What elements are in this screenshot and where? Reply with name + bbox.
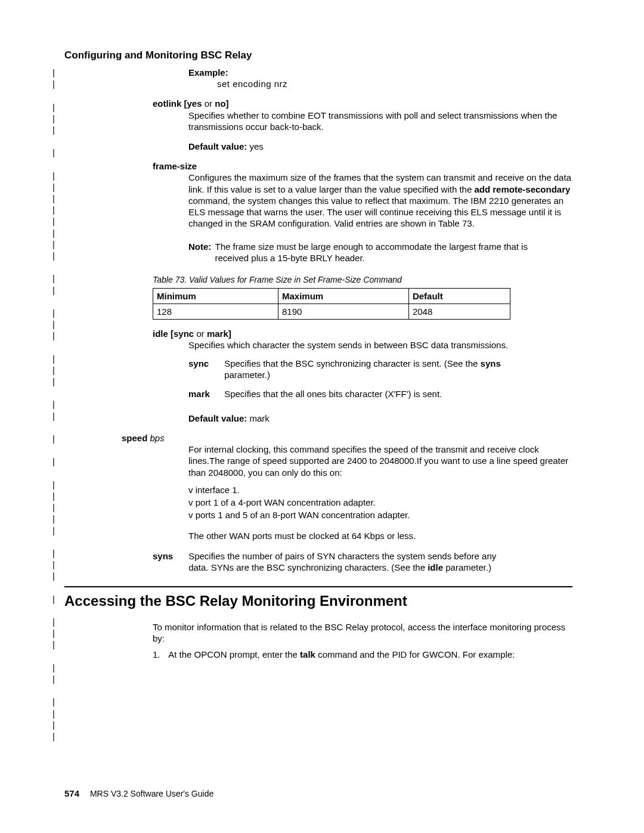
footer-title: MRS V3.2 Software User's Guide xyxy=(90,789,213,798)
framesize-desc-post: command, the system changes this value t… xyxy=(188,196,564,228)
speed-tail: The other WAN ports must be clocked at 6… xyxy=(188,530,572,541)
syns-term: syns xyxy=(153,550,186,562)
step1-pre: At the OPCON prompt, enter the xyxy=(168,649,300,659)
syns-post: parameter.) xyxy=(443,562,491,572)
td-min: 128 xyxy=(153,304,278,319)
idle-mark-def: mark Specifies that the all ones bits ch… xyxy=(188,388,572,400)
idle-sync-def: sync Specifies that the BSC synchronizin… xyxy=(188,358,572,380)
term-syns: syns Specifies the number of pairs of SY… xyxy=(153,550,572,573)
monitor-intro: To monitor information that is related t… xyxy=(153,621,572,644)
footer: 574 MRS V3.2 Software User's Guide xyxy=(64,788,213,800)
framesize-note: Note: The frame size must be large enoug… xyxy=(188,241,572,264)
body: Example: set encoding nrz eotlink [yes o… xyxy=(64,67,572,669)
idle-or: or xyxy=(194,329,207,339)
term-speed: speed bps xyxy=(122,432,572,444)
mark-term: mark xyxy=(188,388,222,400)
example-text: set encoding nrz xyxy=(217,78,572,89)
th-def: Default xyxy=(408,288,510,304)
mark-body: Specifies that the all ones bits charact… xyxy=(224,388,534,400)
sync-body-bold: syns xyxy=(481,358,501,368)
step-1: 1. At the OPCON prompt, enter the talk c… xyxy=(153,649,572,660)
speed-arg: bps xyxy=(147,433,164,443)
td-max: 8190 xyxy=(278,304,409,319)
bullet-3: ports 1 and 5 of an 8-port WAN concentra… xyxy=(188,509,572,521)
sync-body-pre: Specifies that the BSC synchronizing cha… xyxy=(224,358,480,368)
framesize-cmd: add remote-secondary xyxy=(474,184,570,194)
speed-term: speed xyxy=(122,433,147,443)
eotlink-or: or xyxy=(202,98,215,109)
revision-bar-column: || ||| | |||||||| || ||| ||| || | | ||||… xyxy=(51,67,57,742)
note-body: The frame size must be large enough to a… xyxy=(215,241,534,264)
th-min: Minimum xyxy=(153,288,278,304)
bullet-1: interface 1. xyxy=(188,484,572,496)
table-caption: Table 73. Valid Values for Frame Size in… xyxy=(153,275,572,286)
eotlink-label-pre: eotlink [ xyxy=(153,98,187,109)
framesize-table: Minimum Maximum Default 128 8190 2048 xyxy=(153,288,510,320)
idle-desc: Specifies which character the system sen… xyxy=(188,339,572,351)
example-label: Example: xyxy=(188,67,572,78)
th-max: Maximum xyxy=(278,288,409,304)
page-number: 574 xyxy=(64,788,79,798)
idle-mark: mark xyxy=(207,329,228,339)
framesize-desc: Configures the maximum size of the frame… xyxy=(188,172,572,229)
eotlink-default-label: Default value: xyxy=(188,141,247,151)
td-def: 2048 xyxy=(408,304,510,319)
term-eotlink: eotlink [yes or no] xyxy=(153,98,572,109)
syns-bold: idle xyxy=(428,562,443,572)
section-rule xyxy=(64,586,572,587)
idle-pre: idle [ xyxy=(153,329,174,339)
eotlink-yes: yes xyxy=(187,98,202,109)
speed-bullets: interface 1. port 1 of a 4-port WAN conc… xyxy=(188,484,572,521)
step1-post: command and the PID for GWCON. For examp… xyxy=(315,649,515,659)
eotlink-desc: Specifies whether to combine EOT transmi… xyxy=(188,110,572,132)
sync-body-post: parameter.) xyxy=(224,370,270,380)
term-framesize: frame-size xyxy=(153,160,572,172)
idle-default-value: mark xyxy=(247,413,270,423)
bullet-2: port 1 of a 4-port WAN concentration ada… xyxy=(188,497,572,508)
eotlink-default-value: yes xyxy=(247,141,264,151)
running-head: Configuring and Monitoring BSC Relay xyxy=(64,49,252,62)
note-label: Note: xyxy=(188,241,211,252)
sync-term: sync xyxy=(188,358,222,369)
section-heading: Accessing the BSC Relay Monitoring Envir… xyxy=(64,592,572,611)
speed-desc: For internal clocking, this command spec… xyxy=(188,444,572,478)
step1-bold: talk xyxy=(300,649,315,659)
idle-suf: ] xyxy=(228,329,231,339)
term-idle: idle [sync or mark] xyxy=(153,328,572,339)
idle-default-label: Default value: xyxy=(188,413,247,423)
eotlink-label-suf: ] xyxy=(226,98,229,109)
idle-sync: sync xyxy=(174,329,194,339)
eotlink-no: no xyxy=(215,98,225,109)
